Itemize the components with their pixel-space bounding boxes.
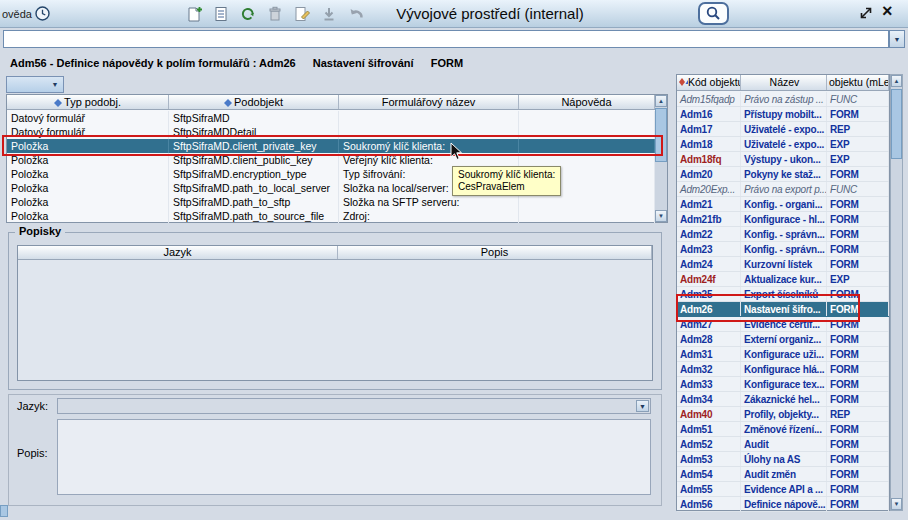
object-table-row[interactable]: Adm51Změnové řízení...FORM [677,422,889,437]
column-header-podobjekt[interactable]: Podobjekt [169,95,339,109]
tooltip-line1: Soukromý klíč klienta: [458,169,555,181]
scroll-down-icon[interactable] [655,210,667,222]
path-dropdown-arrow[interactable] [889,30,905,48]
cell: Konfigurace - hl... [741,212,827,226]
cell: Adm33 [677,377,741,391]
filter-combo[interactable] [6,76,64,93]
object-table-row[interactable]: Adm27Evidence certif...FORM [677,317,889,332]
clock-icon[interactable] [34,5,51,24]
object-table-row[interactable]: Adm24fAktualizace kur...EXP [677,272,889,287]
popisky-title: Popisky [15,225,65,237]
cell: Adm20Exp... [677,182,741,196]
cell: Výstupy - ukon... [741,152,827,166]
object-table-row[interactable]: Adm17Uživatelé - expo...REP [677,122,889,137]
cell: Adm53 [677,452,741,466]
cell: Profily, objekty... [741,407,827,421]
mouse-cursor [450,142,464,164]
object-table-row[interactable]: Adm54Audit změnFORM [677,467,889,482]
object-table-row[interactable]: Adm21Konfig. - organi...FORM [677,197,889,212]
object-table-row[interactable]: Adm20Exp...Právo na export p...FUNC [677,182,889,197]
scrollbar-fragment[interactable] [0,505,8,517]
cell: Adm52 [677,437,741,451]
column-header-formularovy-nazev[interactable]: Formulářový název [339,95,519,109]
cell: Adm24 [677,257,741,271]
object-table-row[interactable]: Adm26Nastavení šifro...FORM [677,302,889,317]
scroll-up-icon[interactable] [891,75,902,87]
object-table-row[interactable]: Adm34Zákaznické hel...FORM [677,392,889,407]
column-header-jazyk[interactable]: Jazyk [18,246,338,259]
main-table-row[interactable]: PoložkaSftpSifraMD.client_public_keyVeře… [7,153,655,167]
column-header-nazev[interactable]: Název [741,75,827,90]
main-table-scrollbar[interactable] [655,95,667,222]
object-table-row[interactable]: Adm25Export číselníkůFORM [677,287,889,302]
object-table-row[interactable]: Adm53Úlohy na ASFORM [677,452,889,467]
search-button[interactable] [698,2,729,25]
object-table-row[interactable]: Adm24Kurzovní lístekFORM [677,257,889,272]
object-table-row[interactable]: Adm22Konfig. - správn...FORM [677,227,889,242]
cell: SftpSifraMDDetail [169,125,339,139]
column-header-napoveda[interactable]: Nápověda [519,95,655,109]
resize-icon[interactable] [858,5,874,23]
cell [519,111,655,125]
titlebar: ověda Vý [0,0,908,28]
cell: Definice nápově... [741,497,827,511]
main-table-row[interactable]: Datový formulářSftpSifraMDDetail [7,125,655,139]
copy-icon[interactable] [210,2,232,25]
filter-combo-arrow[interactable] [48,78,62,91]
object-table-row[interactable]: Adm16Přístupy mobilt...FORM [677,107,889,122]
object-table-scrollbar[interactable] [890,74,903,511]
edit-icon[interactable] [291,2,313,25]
cell: Adm21 [677,197,741,211]
search-icon [705,5,722,22]
scroll-up-icon[interactable] [655,95,667,107]
popisky-table-header: Jazyk Popis [18,246,652,260]
new-document-icon[interactable] [183,2,205,25]
cell: FORM [827,377,889,391]
cell: Evidence certif... [741,317,827,331]
popis-textarea[interactable] [57,419,651,495]
scroll-down-icon[interactable] [891,498,902,510]
refresh-icon[interactable] [237,2,259,25]
jazyk-combo-arrow[interactable] [636,400,649,412]
cell: REP [827,122,889,136]
scrollbar-thumb[interactable] [655,108,667,162]
main-table-row[interactable]: PoložkaSftpSifraMD.path_to_source_fileZd… [7,209,655,223]
cell: Uživatelé - expo... [741,137,827,151]
cell: Adm34 [677,392,741,406]
object-table-row[interactable]: Adm32Konfigurace hlá...FORM [677,362,889,377]
object-table-row[interactable]: Adm33Konfigurace tex...FORM [677,377,889,392]
path-input[interactable] [3,30,889,48]
object-table-row[interactable]: Adm52AuditFORM [677,437,889,452]
column-header-typ-objektu[interactable]: objektu (mLegislativy [827,75,889,90]
object-table-row[interactable]: Adm23Konfig. - správn...FORM [677,242,889,257]
object-table-row[interactable]: Adm40Profily, objekty...REP [677,407,889,422]
cell: EXP [827,152,889,166]
main-table-row[interactable]: Datový formulářSftpSifraMD [7,111,655,125]
main-table-row[interactable]: PoložkaSftpSifraMD.client_private_keySou… [7,139,655,153]
scrollbar-thumb[interactable] [891,89,902,159]
object-table-row[interactable]: Adm55Evidence API a ...FORM [677,482,889,497]
cell: Audit [741,437,827,451]
cell: Datový formulář [7,111,169,125]
cell: Úlohy na AS [741,452,827,466]
jazyk-combo[interactable] [57,398,651,414]
main-table-row[interactable]: PoložkaSftpSifraMD.path_to_sftpSložka na… [7,195,655,209]
close-icon[interactable] [882,1,893,22]
cell: Adm27 [677,317,741,331]
main-table-header: Typ podobj. Podobjekt Formulářový název … [7,95,667,110]
column-header-popis[interactable]: Popis [338,246,652,259]
object-table-row[interactable]: Adm18fqVýstupy - ukon...EXP [677,152,889,167]
column-header-kod-objektu[interactable]: Kód objektu [677,75,741,90]
object-table-row[interactable]: Adm56Definice nápově...FORM [677,497,889,512]
delete-icon[interactable] [264,2,286,25]
cell [519,139,655,153]
cell: Audit změn [741,467,827,481]
column-header-typ-podobj[interactable]: Typ podobj. [7,95,169,109]
object-table-row[interactable]: Adm31Konfigurace uži...FORM [677,347,889,362]
cell: SftpSifraMD.path_to_local_server [169,181,339,195]
object-table-row[interactable]: Adm20Pokyny ke staž...FORM [677,167,889,182]
object-table-row[interactable]: Adm18Uživatelé - expo...EXP [677,137,889,152]
object-table-row[interactable]: Adm28Externí organiz...FORM [677,332,889,347]
object-table-row[interactable]: Adm21fbKonfigurace - hl...FORM [677,212,889,227]
object-table-row[interactable]: Adm15fqadpPrávo na zástup ...FUNC [677,92,889,107]
